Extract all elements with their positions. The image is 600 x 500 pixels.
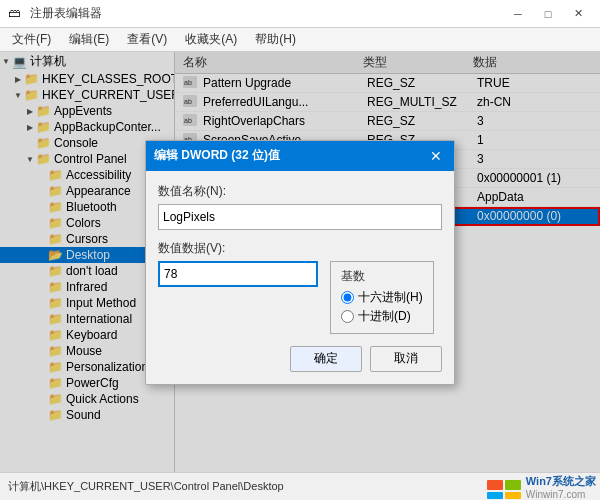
maximize-button[interactable]: □ <box>534 4 562 24</box>
dialog-close-button[interactable]: ✕ <box>426 147 446 165</box>
menu-item[interactable]: 帮助(H) <box>247 29 304 50</box>
svg-rect-17 <box>505 480 521 490</box>
base-label: 基数 <box>341 268 423 285</box>
data-label: 数值数据(V): <box>158 240 442 257</box>
data-row: 基数 十六进制(H) 十进制(D) <box>158 261 442 334</box>
watermark: Win7系统之家 Winwin7.com <box>487 474 596 500</box>
status-path: 计算机\HKEY_CURRENT_USER\Control Panel\Desk… <box>8 479 284 494</box>
watermark-url: Winwin7.com <box>526 489 596 500</box>
name-input[interactable] <box>158 204 442 230</box>
dialog-title-bar: 编辑 DWORD (32 位)值 ✕ <box>146 141 454 171</box>
radio-hex-label: 十六进制(H) <box>358 289 423 306</box>
menu-item[interactable]: 文件(F) <box>4 29 59 50</box>
svg-rect-19 <box>505 492 521 499</box>
data-input[interactable] <box>158 261 318 287</box>
radio-dec-label: 十进制(D) <box>358 308 411 325</box>
title-bar: 🗃 注册表编辑器 ─ □ ✕ <box>0 0 600 28</box>
radio-dec-input[interactable] <box>341 310 354 323</box>
menu-item[interactable]: 收藏夹(A) <box>177 29 245 50</box>
edit-dword-dialog: 编辑 DWORD (32 位)值 ✕ 数值名称(N): 数值数据(V): 基数 … <box>145 140 455 385</box>
ok-button[interactable]: 确定 <box>290 346 362 372</box>
menu-item[interactable]: 查看(V) <box>119 29 175 50</box>
watermark-site: Win7系统之家 <box>526 474 596 489</box>
svg-rect-18 <box>487 492 503 499</box>
status-bar: 计算机\HKEY_CURRENT_USER\Control Panel\Desk… <box>0 472 600 500</box>
dialog-title: 编辑 DWORD (32 位)值 <box>154 147 280 164</box>
dialog-body: 数值名称(N): 数值数据(V): 基数 十六进制(H) <box>146 171 454 384</box>
close-button[interactable]: ✕ <box>564 4 592 24</box>
watermark-text: Win7系统之家 Winwin7.com <box>526 474 596 500</box>
dialog-overlay: 编辑 DWORD (32 位)值 ✕ 数值名称(N): 数值数据(V): 基数 … <box>0 52 600 472</box>
dialog-buttons: 确定 取消 <box>158 346 442 372</box>
name-label: 数值名称(N): <box>158 183 442 200</box>
svg-rect-16 <box>487 480 503 490</box>
main-area: ▼💻计算机▶📁HKEY_CLASSES_ROOT▼📁HKEY_CURRENT_U… <box>0 52 600 472</box>
window-controls: ─ □ ✕ <box>504 4 592 24</box>
minimize-button[interactable]: ─ <box>504 4 532 24</box>
radio-dec[interactable]: 十进制(D) <box>341 308 423 325</box>
app-icon: 🗃 <box>8 6 24 22</box>
cancel-button[interactable]: 取消 <box>370 346 442 372</box>
win7-logo-icon <box>487 474 523 500</box>
base-group: 基数 十六进制(H) 十进制(D) <box>330 261 434 334</box>
app-title: 注册表编辑器 <box>30 5 102 22</box>
radio-hex-input[interactable] <box>341 291 354 304</box>
radio-group-base: 基数 十六进制(H) 十进制(D) <box>330 261 434 334</box>
menu-bar: 文件(F)编辑(E)查看(V)收藏夹(A)帮助(H) <box>0 28 600 52</box>
menu-item[interactable]: 编辑(E) <box>61 29 117 50</box>
radio-hex[interactable]: 十六进制(H) <box>341 289 423 306</box>
